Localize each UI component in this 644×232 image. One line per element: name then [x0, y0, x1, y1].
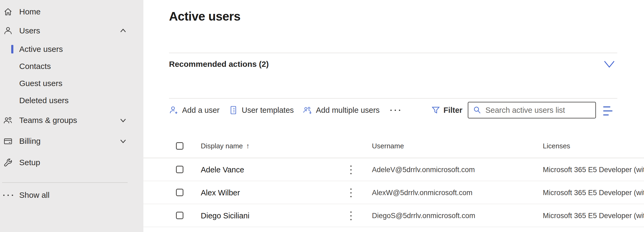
chevron-down-icon: [118, 115, 128, 125]
toolbar-overflow-button[interactable]: [389, 110, 402, 111]
user-username: DiegoS@5drrlv.onmicrosoft.com: [372, 204, 475, 227]
column-label: Licenses: [543, 142, 570, 150]
section-divider: [169, 98, 617, 99]
people-add-icon: [303, 105, 312, 115]
wrench-icon: [2, 157, 14, 168]
user-licenses: Microsoft 365 E5 Developer (withou: [543, 181, 644, 204]
chevron-down-icon: [118, 136, 128, 146]
row-more-actions-button[interactable]: [347, 181, 355, 204]
column-label: Username: [372, 142, 404, 150]
select-all-checkbox[interactable]: [176, 142, 183, 150]
sidebar-item-label: Home: [19, 7, 41, 16]
user-username: AdeleV@5drrlv.onmicrosoft.com: [372, 158, 475, 181]
column-header-display-name[interactable]: Display name ↑: [201, 134, 250, 158]
more-vertical-icon: [350, 188, 352, 197]
section-divider: [169, 53, 617, 53]
column-label: Display name: [201, 142, 243, 150]
selected-indicator: [11, 45, 13, 53]
sort-lines-icon[interactable]: [603, 106, 613, 115]
user-display-name[interactable]: Diego Siciliani: [201, 204, 249, 227]
sidebar-item-label: Deleted users: [19, 96, 69, 105]
table-row[interactable]: Diego Siciliani DiegoS@5drrlv.onmicrosof…: [143, 204, 644, 227]
user-username: AlexW@5drrlv.onmicrosoft.com: [372, 181, 472, 204]
row-more-actions-button[interactable]: [347, 158, 355, 181]
sidebar-item-show-all[interactable]: Show all: [0, 186, 143, 204]
filter-button[interactable]: Filter: [431, 101, 462, 119]
user-display-name[interactable]: Alex Wilber: [201, 181, 240, 204]
chevron-up-icon: [118, 26, 128, 36]
user-licenses: Microsoft 365 E5 Developer (withou: [543, 204, 644, 227]
sidebar-item-label: Show all: [19, 191, 49, 200]
main-content: Active users Recommended actions (2) Add…: [143, 0, 644, 232]
search-icon: [473, 106, 482, 115]
table-row[interactable]: Alex Wilber AlexW@5drrlv.onmicrosoft.com…: [143, 181, 644, 204]
chevron-down-icon[interactable]: [603, 60, 615, 68]
sidebar-item-label: Contacts: [19, 62, 51, 71]
sidebar-item-contacts[interactable]: Contacts: [0, 58, 143, 75]
row-checkbox[interactable]: [176, 166, 183, 173]
sidebar-item-teams-groups[interactable]: Teams & groups: [0, 111, 143, 130]
recommended-actions-header[interactable]: Recommended actions (2): [169, 57, 617, 72]
sidebar-item-deleted-users[interactable]: Deleted users: [0, 92, 143, 109]
table-header: Display name ↑ Username Licenses: [143, 134, 644, 158]
sidebar-item-label: Billing: [19, 137, 41, 146]
add-multiple-users-label: Add multiple users: [316, 106, 380, 115]
user-licenses: Microsoft 365 E5 Developer (withou: [543, 158, 644, 181]
search-box: [468, 102, 596, 118]
m365-admin-active-users-page: Home Users Active users Contacts Guest u…: [0, 0, 644, 232]
sidebar-item-label: Users: [19, 26, 40, 35]
sidebar-item-home[interactable]: Home: [0, 2, 143, 21]
toolbar: Add a user User templates Add multiple u…: [169, 101, 402, 119]
credit-card-icon: [2, 135, 14, 147]
page-title: Active users: [169, 9, 241, 24]
search-input[interactable]: [485, 106, 587, 115]
sidebar-item-label: Guest users: [19, 79, 62, 88]
add-user-label: Add a user: [182, 106, 219, 115]
filter-funnel-icon: [431, 106, 440, 115]
user-templates-button[interactable]: User templates: [229, 105, 294, 115]
add-multiple-users-button[interactable]: Add multiple users: [303, 105, 380, 115]
sidebar-item-active-users[interactable]: Active users: [0, 41, 143, 58]
ellipsis-icon: [2, 189, 14, 201]
person-add-icon: [169, 105, 179, 115]
add-user-button[interactable]: Add a user: [169, 105, 219, 115]
sidebar-item-billing[interactable]: Billing: [0, 132, 143, 151]
sort-ascending-icon: ↑: [246, 142, 250, 150]
template-list-icon: [229, 105, 238, 115]
sidebar-divider: [2, 182, 128, 183]
people-team-icon: [2, 114, 14, 126]
row-checkbox[interactable]: [176, 189, 183, 196]
sidebar-item-label: Active users: [19, 45, 63, 54]
table-row[interactable]: Adele Vance AdeleV@5drrlv.onmicrosoft.co…: [143, 158, 644, 181]
sidebar-item-users[interactable]: Users: [0, 21, 143, 40]
column-header-username[interactable]: Username: [372, 134, 404, 158]
more-vertical-icon: [350, 165, 352, 174]
sidebar-item-label: Teams & groups: [19, 116, 77, 125]
recommended-actions-label: Recommended actions (2): [169, 57, 617, 72]
sidebar-item-label: Setup: [19, 158, 40, 167]
column-header-licenses[interactable]: Licenses: [543, 134, 570, 158]
person-icon: [2, 25, 14, 37]
sidebar: Home Users Active users Contacts Guest u…: [0, 0, 143, 232]
more-vertical-icon: [350, 211, 352, 220]
more-horizontal-icon: [390, 110, 400, 111]
row-more-actions-button[interactable]: [347, 204, 355, 227]
row-checkbox[interactable]: [176, 212, 183, 219]
sidebar-item-setup[interactable]: Setup: [0, 153, 143, 172]
filter-label: Filter: [443, 106, 462, 115]
home-icon: [2, 6, 14, 18]
user-templates-label: User templates: [242, 106, 294, 115]
user-display-name[interactable]: Adele Vance: [201, 158, 244, 181]
sidebar-item-guest-users[interactable]: Guest users: [0, 75, 143, 92]
